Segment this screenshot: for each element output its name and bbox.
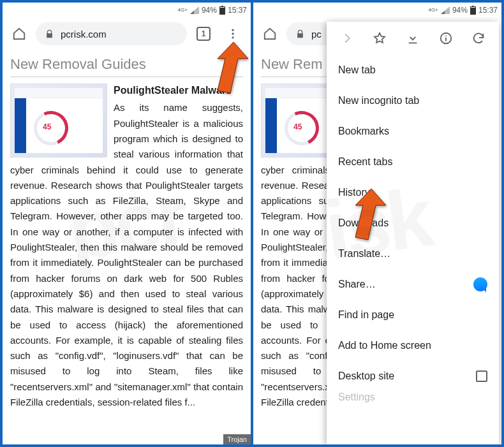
- battery-icon: [470, 6, 476, 15]
- lock-icon: [45, 29, 54, 39]
- article: 45 PoulightStealer Malware As its name s…: [10, 84, 243, 410]
- menu-translate[interactable]: Translate…: [327, 238, 499, 269]
- download-icon[interactable]: [400, 26, 426, 51]
- menu-history[interactable]: History: [327, 177, 499, 208]
- menu-add-to-home[interactable]: Add to Home screen: [327, 330, 499, 361]
- menu-new-incognito[interactable]: New incognito tab: [327, 85, 499, 116]
- svg-rect-1: [221, 6, 223, 7]
- menu-recent-tabs[interactable]: Recent tabs: [327, 147, 499, 177]
- star-icon[interactable]: [367, 26, 392, 51]
- article-thumbnail[interactable]: 45: [10, 84, 107, 158]
- page-content: New Removal Guides 45 PoulightStealer Ma…: [3, 50, 251, 410]
- menu-desktop-site[interactable]: Desktop site: [327, 361, 499, 392]
- status-bar: 4G+ 94% 15:37: [253, 3, 501, 18]
- svg-point-5: [232, 36, 233, 38]
- network-label: 4G+: [429, 8, 438, 13]
- url-host: pc: [311, 29, 322, 40]
- messenger-icon: [473, 277, 487, 291]
- menu-downloads[interactable]: Downloads: [327, 208, 499, 238]
- address-bar[interactable]: pcrisk.com: [36, 22, 187, 45]
- signal-icon: [190, 6, 199, 14]
- url-host: pcrisk.com: [61, 29, 107, 40]
- desktop-site-checkbox[interactable]: [476, 370, 487, 382]
- svg-rect-8: [471, 7, 475, 8]
- section-heading: New Removal Guides: [10, 56, 243, 77]
- battery-pct: 94%: [452, 6, 468, 15]
- menu-icon-row: [327, 22, 499, 55]
- home-icon[interactable]: [257, 21, 283, 47]
- info-icon[interactable]: [433, 26, 459, 51]
- network-label: 4G+: [178, 8, 188, 13]
- battery-icon: [219, 6, 225, 15]
- home-icon[interactable]: [6, 21, 32, 47]
- menu-new-tab[interactable]: New tab: [327, 55, 499, 85]
- browser-toolbar: pcrisk.com 1: [3, 18, 251, 50]
- lock-icon: [295, 29, 305, 39]
- forward-icon[interactable]: [334, 26, 360, 51]
- svg-point-4: [232, 33, 233, 34]
- clock: 15:37: [228, 6, 247, 15]
- svg-point-3: [232, 29, 233, 31]
- menu-settings-cutoff[interactable]: Settings: [327, 392, 499, 411]
- phone-right: 4G+ 94% 15:37 pc New Rem 45 As its name: [253, 3, 501, 444]
- phone-left: 4G+ 94% 15:37 pcrisk.com 1 New Removal G…: [3, 3, 251, 444]
- menu-bookmarks[interactable]: Bookmarks: [327, 116, 499, 147]
- menu-find-in-page[interactable]: Find in page: [327, 300, 499, 330]
- reload-icon[interactable]: [466, 26, 491, 51]
- svg-rect-7: [472, 6, 474, 7]
- tab-count: 1: [202, 29, 206, 38]
- menu-share[interactable]: Share…: [327, 269, 499, 300]
- battery-pct: 94%: [202, 6, 217, 15]
- status-bar: 4G+ 94% 15:37: [3, 3, 251, 18]
- signal-icon: [441, 6, 450, 14]
- overflow-menu: New tab New incognito tab Bookmarks Rece…: [327, 22, 499, 444]
- svg-rect-2: [220, 7, 225, 8]
- clock: 15:37: [478, 6, 498, 15]
- more-menu-button[interactable]: [220, 21, 246, 47]
- tabs-button[interactable]: 1: [191, 21, 216, 47]
- svg-point-11: [445, 35, 447, 36]
- category-tag: Trojan: [223, 434, 251, 444]
